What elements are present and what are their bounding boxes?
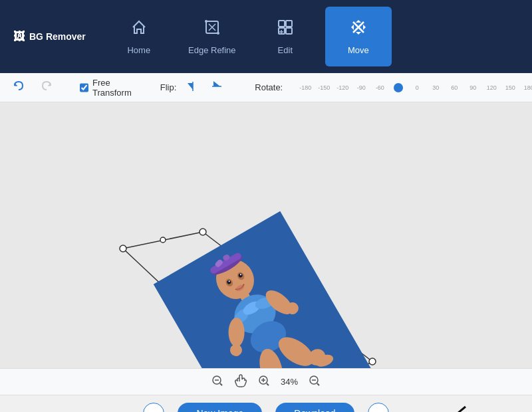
logo-icon: 🖼 (13, 30, 25, 44)
svg-point-19 (120, 245, 126, 252)
home-icon (130, 19, 148, 40)
prev-icon: ← (149, 408, 158, 413)
flip-vertical-button[interactable] (211, 80, 223, 95)
flip-horizontal-button[interactable] (187, 80, 199, 95)
svg-point-1 (205, 20, 207, 23)
hand-tool[interactable] (234, 374, 247, 390)
svg-rect-6 (286, 28, 292, 34)
tab-move-label: Move (348, 45, 369, 55)
zoom-out-button[interactable] (211, 375, 223, 389)
tab-edit-label: Edit (278, 45, 293, 55)
edit-icon (277, 19, 294, 40)
next-icon: → (374, 408, 383, 413)
svg-point-20 (200, 229, 206, 235)
image-container (154, 211, 374, 368)
tab-edit[interactable]: Edit (252, 7, 319, 66)
rotate-ruler[interactable]: -180 -150 -120 -90 -60 -30 0 30 60 90 12… (296, 78, 532, 97)
new-image-button[interactable]: New Image (178, 403, 262, 413)
rotate-handle[interactable] (394, 83, 403, 92)
zoom-fit-button[interactable] (309, 375, 321, 389)
edge-refine-icon (203, 19, 221, 40)
canvas-area (0, 102, 532, 368)
svg-point-2 (217, 32, 219, 35)
download-button[interactable]: Download (275, 403, 354, 413)
svg-line-57 (220, 383, 222, 385)
toolbar: Free Transform Flip: Rotate: -180 -150 -… (0, 73, 532, 102)
free-transform-toggle[interactable]: Free Transform (80, 78, 132, 98)
zoom-in-button[interactable] (258, 375, 270, 389)
zoom-percentage: 34% (281, 377, 298, 387)
tab-home[interactable]: Home (106, 7, 172, 66)
svg-point-45 (229, 318, 245, 347)
svg-point-46 (228, 342, 245, 359)
svg-line-64 (317, 383, 319, 385)
tab-edge-refine[interactable]: Edge Refine (179, 7, 245, 66)
move-icon (350, 19, 367, 40)
svg-point-23 (160, 237, 166, 243)
next-button[interactable]: → (368, 403, 389, 413)
app-logo: 🖼 BG Remover (13, 30, 86, 44)
svg-line-61 (267, 383, 269, 385)
rotate-label: Rotate: (255, 82, 283, 92)
navbar: 🖼 BG Remover Home Edge Refine (0, 0, 532, 73)
svg-marker-13 (213, 81, 220, 86)
svg-rect-3 (279, 21, 285, 27)
undo-button[interactable] (9, 78, 28, 97)
free-transform-label: Free Transform (92, 78, 132, 98)
statusbar: 34% (0, 368, 532, 395)
tab-edge-refine-label: Edge Refine (188, 45, 236, 55)
svg-point-21 (369, 358, 376, 365)
tab-home-label: Home (127, 45, 150, 55)
svg-line-15 (123, 232, 203, 249)
svg-rect-4 (286, 21, 292, 27)
bottombar: ← New Image Download → (0, 395, 532, 412)
flip-label: Flip: (160, 82, 177, 92)
app-title: BG Remover (29, 31, 86, 42)
prev-button[interactable]: ← (143, 403, 164, 413)
arrow-indicator (452, 403, 492, 413)
svg-marker-11 (188, 83, 193, 90)
redo-button[interactable] (37, 78, 56, 97)
tab-move[interactable]: Move (325, 7, 392, 66)
free-transform-checkbox[interactable] (80, 83, 88, 92)
baby-figure (154, 211, 374, 368)
